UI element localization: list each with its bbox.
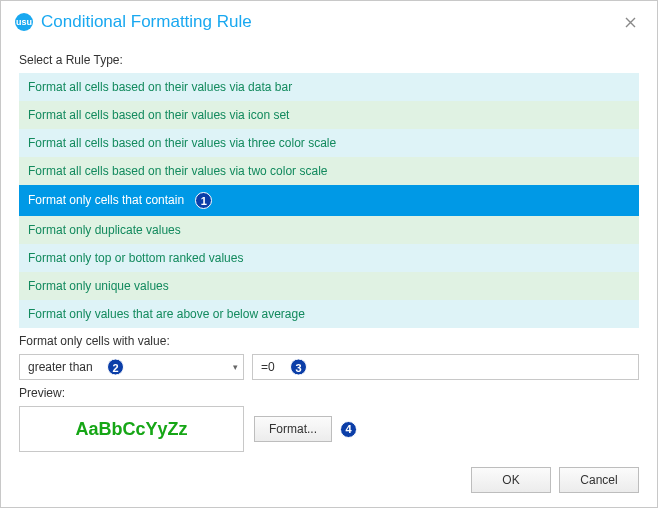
- preview-label: Preview:: [19, 386, 639, 400]
- titlebar: usu Conditional Formatting Rule: [1, 1, 657, 43]
- rule-type-item[interactable]: Format only unique values: [19, 272, 639, 300]
- rule-type-item-label: Format all cells based on their values v…: [28, 80, 292, 94]
- callout-badge-1: 1: [195, 192, 212, 209]
- dialog-title: Conditional Formatting Rule: [41, 12, 617, 32]
- rule-type-item-label: Format only top or bottom ranked values: [28, 251, 243, 265]
- preview-box: AaBbCcYyZz: [19, 406, 244, 452]
- format-only-cells-label: Format only cells with value:: [19, 334, 639, 348]
- rule-type-item-label: Format all cells based on their values v…: [28, 136, 336, 150]
- rule-type-item[interactable]: Format only top or bottom ranked values: [19, 244, 639, 272]
- cancel-button[interactable]: Cancel: [559, 467, 639, 493]
- rule-type-list: Format all cells based on their values v…: [19, 73, 639, 328]
- rule-type-item-label: Format only cells that contain: [28, 193, 184, 207]
- rule-type-item[interactable]: Format all cells based on their values v…: [19, 129, 639, 157]
- rule-type-item-selected[interactable]: Format only cells that contain 1: [19, 185, 639, 216]
- rule-type-item[interactable]: Format all cells based on their values v…: [19, 73, 639, 101]
- callout-badge-3: 3: [290, 359, 307, 376]
- dialog-footer: OK Cancel: [471, 467, 639, 493]
- conditional-formatting-dialog: usu Conditional Formatting Rule Select a…: [0, 0, 658, 508]
- ok-button[interactable]: OK: [471, 467, 551, 493]
- rule-type-item-label: Format all cells based on their values v…: [28, 108, 289, 122]
- callout-badge-4: 4: [340, 421, 357, 438]
- rule-type-item[interactable]: Format all cells based on their values v…: [19, 101, 639, 129]
- rule-type-item[interactable]: Format all cells based on their values v…: [19, 157, 639, 185]
- callout-badge-2: 2: [107, 359, 124, 376]
- operator-combobox[interactable]: ▾ 2: [19, 354, 244, 380]
- preview-sample-text: AaBbCcYyZz: [75, 419, 187, 440]
- rule-type-item[interactable]: Format only duplicate values: [19, 216, 639, 244]
- rule-type-item-label: Format all cells based on their values v…: [28, 164, 327, 178]
- operator-input[interactable]: [19, 354, 244, 380]
- value-input[interactable]: [252, 354, 639, 380]
- select-rule-type-label: Select a Rule Type:: [19, 53, 639, 67]
- app-logo-icon: usu: [15, 13, 33, 31]
- format-button[interactable]: Format...: [254, 416, 332, 442]
- rule-type-item-label: Format only duplicate values: [28, 223, 181, 237]
- rule-type-item-label: Format only values that are above or bel…: [28, 307, 305, 321]
- rule-type-item-label: Format only unique values: [28, 279, 169, 293]
- close-icon[interactable]: [617, 9, 643, 35]
- rule-type-item[interactable]: Format only values that are above or bel…: [19, 300, 639, 328]
